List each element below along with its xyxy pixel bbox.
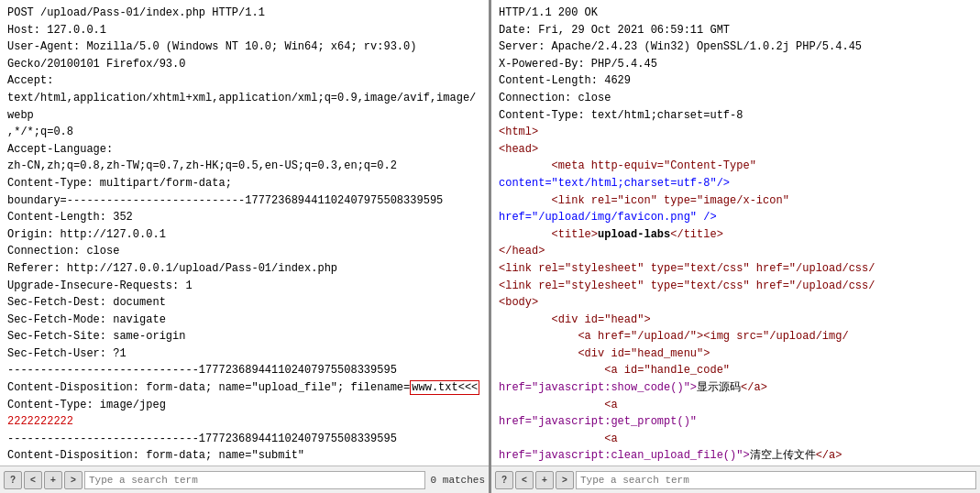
left-forward-button[interactable]: > bbox=[64, 471, 83, 489]
right-line: <div id="head"> bbox=[499, 312, 973, 329]
right-pane: HTTP/1.1 200 OKDate: Fri, 29 Oct 2021 06… bbox=[491, 0, 980, 493]
right-line: <a href="/upload/"><img src="/upload/img… bbox=[499, 328, 973, 345]
left-search-input[interactable] bbox=[84, 471, 425, 489]
left-line: User-Agent: Mozilla/5.0 (Windows NT 10.0… bbox=[7, 38, 481, 56]
left-line: Sec-Fetch-User: ?1 bbox=[7, 345, 481, 363]
main-wrapper: POST /upload/Pass-01/index.php HTTP/1.1H… bbox=[0, 0, 980, 493]
right-line: Content-Length: 4629 bbox=[499, 72, 973, 90]
right-forward-button[interactable]: > bbox=[556, 471, 574, 489]
right-line: href="javascript:clean_upload_file()">清空… bbox=[499, 447, 973, 465]
left-line: Sec-Fetch-Dest: document bbox=[7, 294, 481, 312]
right-line: Server: Apache/2.4.23 (Win32) OpenSSL/1.… bbox=[499, 38, 973, 56]
left-line: Sec-Fetch-Mode: navigate bbox=[7, 312, 481, 329]
left-line: Content-Disposition: form-data; name="up… bbox=[7, 379, 481, 397]
left-line: Origin: http://127.0.0.1 bbox=[7, 226, 481, 244]
right-line: Date: Fri, 29 Oct 2021 06:59:11 GMT bbox=[499, 22, 973, 39]
left-add-button[interactable]: + bbox=[44, 471, 62, 489]
left-line: POST /upload/Pass-01/index.php HTTP/1.1 bbox=[7, 5, 481, 22]
left-line: Connection: close bbox=[7, 243, 481, 260]
right-line: <meta http-equiv="Content-Type" bbox=[499, 158, 973, 175]
left-line: Content-Disposition: form-data; name="su… bbox=[7, 447, 481, 465]
panels-row: POST /upload/Pass-01/index.php HTTP/1.1H… bbox=[0, 0, 980, 493]
left-line: -----------------------------17772368944… bbox=[7, 362, 481, 379]
left-line: Host: 127.0.0.1 bbox=[7, 22, 481, 39]
right-line: href="javascript:get_prompt()" bbox=[499, 413, 973, 431]
left-line: Sec-Fetch-Site: same-origin bbox=[7, 328, 481, 345]
right-pane-footer: ? < + > bbox=[491, 466, 980, 493]
left-line: Gecko/20100101 Firefox/93.0 bbox=[7, 56, 481, 73]
right-line: <head> bbox=[499, 141, 973, 159]
right-back-button[interactable]: < bbox=[515, 471, 534, 489]
right-line: <html> bbox=[499, 124, 973, 141]
filename-highlight: www.txt<<< bbox=[410, 380, 479, 395]
left-line: -----------------------------17772368944… bbox=[7, 431, 481, 448]
left-pane-footer: ? < + > 0 matches bbox=[0, 466, 489, 493]
left-line: text/html,application/xhtml+xml,applicat… bbox=[7, 90, 481, 124]
right-line: HTTP/1.1 200 OK bbox=[499, 5, 973, 22]
left-pane-body: POST /upload/Pass-01/index.php HTTP/1.1H… bbox=[0, 0, 489, 466]
right-line: Connection: close bbox=[499, 90, 973, 107]
right-line: X-Powered-By: PHP/5.4.45 bbox=[499, 56, 973, 73]
right-line: href="javascript:show_code()">显示源码</a> bbox=[499, 379, 973, 397]
right-line: <div id="head_menu"> bbox=[499, 345, 973, 363]
right-help-button[interactable]: ? bbox=[495, 471, 513, 489]
right-add-button[interactable]: + bbox=[535, 471, 554, 489]
right-line: <title>upload-labs</title> bbox=[499, 226, 973, 244]
right-line: <link rel="stylesheet" type="text/css" h… bbox=[499, 260, 973, 278]
left-line: boundary=---------------------------1777… bbox=[7, 192, 481, 210]
right-line: <a bbox=[499, 431, 973, 448]
left-line: Accept: bbox=[7, 72, 481, 90]
right-line: <link rel="stylesheet" type="text/css" h… bbox=[499, 278, 973, 295]
right-pane-body: HTTP/1.1 200 OKDate: Fri, 29 Oct 2021 06… bbox=[491, 0, 980, 466]
right-line: </head> bbox=[499, 243, 973, 260]
right-line: Content-Type: text/html;charset=utf-8 bbox=[499, 107, 973, 125]
right-line: href="/upload/img/favicon.png" /> bbox=[499, 209, 973, 226]
left-line: Content-Type: multipart/form-data; bbox=[7, 175, 481, 192]
left-line: ,*/*;q=0.8 bbox=[7, 124, 481, 141]
left-back-button[interactable]: < bbox=[24, 471, 42, 489]
right-line: <a bbox=[499, 397, 973, 414]
left-line: Content-Type: image/jpeg bbox=[7, 397, 481, 414]
left-match-count: 0 matches bbox=[427, 475, 485, 486]
right-search-input[interactable] bbox=[576, 471, 976, 489]
left-pane: POST /upload/Pass-01/index.php HTTP/1.1H… bbox=[0, 0, 491, 493]
right-line: <link rel="icon" type="image/x-icon" bbox=[499, 192, 973, 210]
right-line: <a id="handle_code" bbox=[499, 362, 973, 379]
left-line: 2222222222 bbox=[7, 413, 481, 431]
left-line: Content-Length: 352 bbox=[7, 209, 481, 226]
left-line: Accept-Language: bbox=[7, 141, 481, 159]
right-line: content="text/html;charset=utf-8"/> bbox=[499, 175, 973, 192]
left-line: Upgrade-Insecure-Requests: 1 bbox=[7, 278, 481, 295]
left-line: Referer: http://127.0.0.1/upload/Pass-01… bbox=[7, 260, 481, 278]
right-line: <body> bbox=[499, 294, 973, 312]
left-help-button[interactable]: ? bbox=[4, 471, 22, 489]
left-line: zh-CN,zh;q=0.8,zh-TW;q=0.7,zh-HK;q=0.5,e… bbox=[7, 158, 481, 175]
